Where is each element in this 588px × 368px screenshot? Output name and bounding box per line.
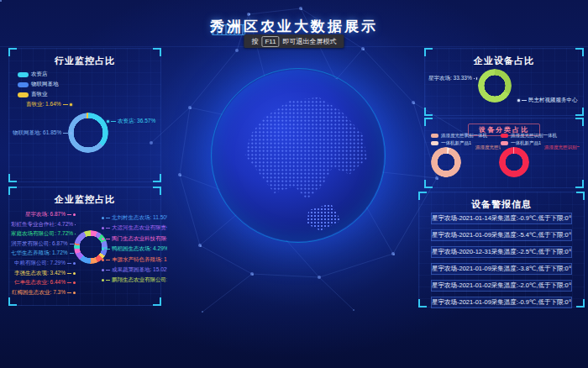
chart-label: 红梅园生态农业: 7.3%	[12, 289, 76, 297]
chart-label-xingyu-farm: 星宇农场: 33.33%	[428, 75, 477, 82]
chart-label: 鹏翔生态农业有限公司: 6.87%	[102, 276, 167, 284]
chart-label: 大运河生态农业有限责任公	[102, 224, 167, 232]
corner-decoration	[575, 118, 584, 126]
corner-decoration	[8, 174, 17, 182]
legend-label: 一体机新产品1	[511, 140, 541, 146]
device-donut-chart[interactable]	[478, 69, 512, 103]
chart-label: 丰源水产特色养殖场: 1.	[102, 256, 167, 264]
chart-label: 彩虹鱼专业合作社: 4.72%	[11, 221, 76, 229]
dotted-continent	[213, 70, 384, 241]
corner-decoration	[576, 192, 585, 200]
device-alarm-panel: 设备警报信息 星宇农场-2021-01-14采集温度:-0.9℃,低于下限:0℃…	[418, 192, 585, 308]
legend-item[interactable]: 农资店	[18, 71, 59, 78]
corner-decoration	[424, 108, 433, 116]
chart-label: 温湿度光照识别一体机	[472, 145, 501, 150]
legend-swatch	[431, 141, 438, 145]
alarm-row: 星宇农场-2021-01-09采集温度:-0.9℃,低于下限:0℃	[431, 297, 572, 308]
legend-item[interactable]: 温湿度光照识别一体机	[431, 133, 487, 139]
legend-label: 温湿度光照识别一体机	[511, 133, 557, 139]
panel-title: 企业监控占比	[9, 193, 160, 206]
corner-decoration	[575, 48, 584, 56]
legend-swatch	[18, 92, 29, 97]
chart-label-livestock: 畜牧业: 1.64%	[26, 101, 72, 108]
industry-monitor-panel: 行业监控占比 农资店 物联网基地 畜牧业 畜牧业: 1.64% 农资店: 36.…	[8, 48, 161, 182]
chart-label: 温湿度光照识别一体机	[541, 145, 580, 150]
chart-label: 李强生态农项: 3.42%	[14, 270, 76, 277]
legend-swatch	[18, 82, 29, 87]
alarm-row: 星宇农场-2020-12-31采集温度:-2.5℃,低于下限:0℃	[431, 246, 572, 258]
fullscreen-tip: 按 F11 即可退出全屏模式	[244, 34, 344, 48]
panel-title: 企业设备占比	[425, 55, 583, 67]
corner-decoration	[418, 299, 427, 308]
fullscreen-tip-suffix: 即可退出全屏模式	[283, 37, 337, 46]
f11-keycap: F11	[261, 36, 279, 47]
alarm-row: 星宇农场-2021-01-14采集温度:-0.9℃,低于下限:0℃	[431, 213, 572, 224]
chart-label: 七华生态养殖场: 1.72%	[11, 250, 76, 257]
panel-title: 行业监控占比	[9, 55, 160, 67]
enterprise-labels-left: 星宇农场: 6.87% 彩虹鱼专业合作社: 4.72% 家庭农场有限公司: 7.…	[11, 211, 76, 297]
legend-item[interactable]: 温湿度光照识别一体机	[501, 133, 557, 139]
header-bar: 秀洲区农业大数据展示 按 F11 即可退出全屏模式	[0, 0, 588, 47]
device-ratio-panel: 企业设备占比 星宇农场: 33.33% 民主村视频服务中心	[424, 48, 584, 116]
legend-label: 农资店	[31, 71, 48, 78]
corner-decoration	[153, 48, 161, 56]
enterprise-labels-right: 北刘村生态农场: 11.50% 大运河生态农业有限责任公 陶门生态农业科技有限公…	[102, 214, 167, 284]
classification-donut-left[interactable]	[428, 144, 465, 181]
chart-label: 中粮有限公司: 7.29%	[14, 260, 76, 267]
panel-title: 设备警报信息	[419, 198, 584, 211]
legend-swatch	[501, 141, 508, 145]
industry-legend: 农资店 物联网基地 畜牧业	[18, 71, 59, 98]
chart-label: 星宇农场: 6.87%	[25, 211, 76, 218]
chart-label: 陶门生态农业科技有限公	[102, 235, 167, 243]
chart-label-agristore: 农资店: 36.57%	[107, 118, 155, 125]
alarm-list: 星宇农场-2021-01-14采集温度:-0.9℃,低于下限:0℃ 星宇农场-2…	[431, 213, 572, 308]
chart-label: 润开发有限公司: 6.87%	[11, 240, 76, 248]
corner-decoration	[424, 180, 433, 188]
chart-label: 成果蔬菜园基地: 15.02%	[102, 266, 167, 274]
legend-label: 温湿度光照识别一体机	[441, 133, 487, 139]
fullscreen-tip-prefix: 按	[251, 37, 258, 46]
legend-label: 一体机新产品1	[441, 140, 471, 146]
chart-label: 仁丰生态农业: 6.44%	[14, 279, 76, 287]
legend-label: 畜牧业	[31, 91, 48, 98]
legend-swatch	[501, 134, 508, 138]
legend-item[interactable]: 畜牧业	[18, 91, 59, 98]
chart-label: 鸭稻园生态农场: 4.29%	[102, 245, 167, 253]
industry-donut-chart[interactable]	[66, 111, 111, 155]
classification-donut-right[interactable]	[499, 147, 529, 177]
chart-label-minzhu-center: 民主村视频服务中心	[517, 97, 578, 104]
dotted-continent	[213, 70, 384, 241]
corner-decoration	[8, 297, 17, 306]
enterprise-monitor-panel: 企业监控占比 星宇农场: 6.87% 彩虹鱼专业合作社: 4.72% 家庭农场有…	[8, 187, 161, 306]
legend-item[interactable]: 物联网基地	[18, 81, 59, 88]
chart-label-iot-base: 物联网基地: 61.85%	[13, 129, 72, 137]
device-classification-panel: 设备分类占比 温湿度光照识别一体机 一体机新产品1 温湿度光照识别一体机 温湿度…	[424, 118, 584, 188]
corner-decoration	[153, 187, 161, 195]
page-title: 秀洲区农业大数据展示	[0, 17, 588, 36]
alarm-row: 星宇农场-2021-01-09采集温度:-5.4℃,低于下限:0℃	[431, 229, 572, 241]
globe-visualization	[213, 70, 384, 241]
legend-swatch	[431, 134, 438, 138]
legend-label: 物联网基地	[31, 81, 59, 88]
chart-label: 家庭农场有限公司: 7.72%	[11, 230, 76, 238]
legend-swatch	[18, 72, 29, 77]
alarm-row: 星宇农场-2021-01-02采集温度:-2.0℃,低于下限:0℃	[431, 280, 572, 292]
chart-label: 北刘村生态农场: 11.50%	[102, 214, 167, 222]
alarm-row: 星宇农场-2021-01-09采集温度:-3.8℃,低于下限:0℃	[431, 263, 572, 275]
